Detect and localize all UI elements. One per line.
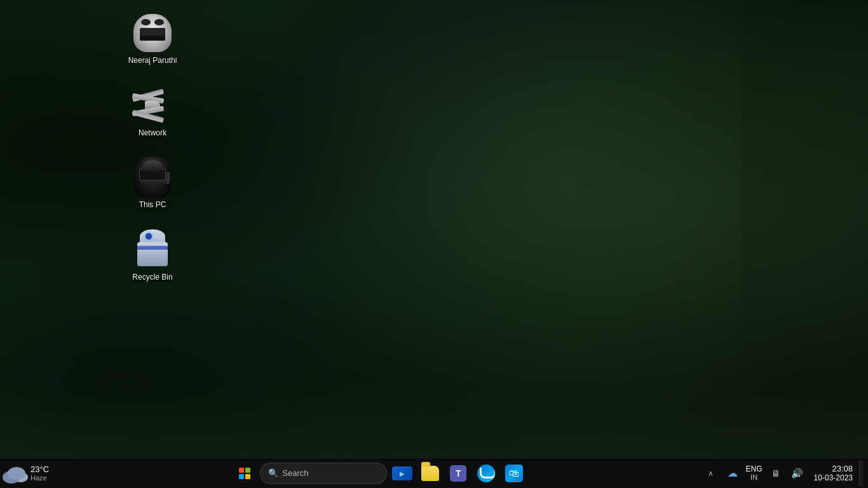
start-button[interactable] — [232, 461, 257, 486]
taskbar-winamp[interactable] — [390, 461, 415, 486]
clock-time: 23:08 — [832, 464, 853, 473]
desktop-icons-container: Neeraj Paruthi Network This PC — [127, 13, 178, 282]
yoda-silhouette — [296, 0, 741, 451]
win-tile-blue — [239, 474, 244, 479]
clock-date: 10-03-2023 — [814, 473, 853, 482]
user-icon-img — [132, 13, 173, 53]
desktop-icon-network[interactable]: Network — [127, 85, 178, 139]
show-desktop-button[interactable] — [859, 461, 863, 486]
speaker-icon: 🔊 — [791, 468, 803, 479]
language-code: ENG — [746, 464, 763, 473]
taskbar: 23°C Haze 🔍 Search T — [0, 458, 868, 488]
system-tray: ∧ ☁ ENG IN 🖥 🔊 23:08 10-03-2023 — [696, 458, 868, 488]
tray-overflow-button[interactable]: ∧ — [701, 461, 721, 486]
monitor-icon: 🖥 — [771, 468, 780, 478]
desktop-icon-user[interactable]: Neeraj Paruthi — [127, 13, 178, 66]
clock-display[interactable]: 23:08 10-03-2023 — [809, 461, 858, 486]
this-pc-icon-img — [132, 157, 173, 198]
desktop-icon-recycle-bin[interactable]: Recycle Bin — [127, 229, 178, 283]
weather-description: Haze — [31, 474, 49, 482]
search-label: Search — [282, 468, 308, 478]
taskbar-file-explorer[interactable] — [417, 461, 443, 486]
taskbar-edge[interactable] — [473, 461, 499, 486]
winamp-icon — [392, 466, 412, 480]
recycle-bin-icon-label: Recycle Bin — [132, 273, 172, 283]
teams-icon: T — [450, 465, 466, 482]
win-tile-green — [245, 468, 250, 473]
desktop-icon-this-pc[interactable]: This PC — [127, 157, 178, 210]
win-tile-red — [239, 468, 244, 473]
xwing-icon — [132, 90, 173, 121]
weather-widget[interactable]: 23°C Haze — [0, 458, 64, 488]
taskbar-ms-store[interactable]: 🛍 — [501, 461, 527, 486]
search-bar[interactable]: 🔍 Search — [260, 463, 387, 484]
weather-icon-container — [8, 464, 25, 482]
windows-logo — [239, 468, 250, 479]
this-pc-icon-label: This PC — [139, 200, 166, 210]
tray-display[interactable]: 🖥 — [766, 461, 786, 486]
search-icon: 🔍 — [268, 468, 278, 478]
tray-onedrive[interactable]: ☁ — [722, 461, 743, 486]
recycle-bin-icon-img — [132, 229, 173, 270]
edge-icon — [477, 464, 495, 482]
vader-icon — [133, 157, 172, 198]
taskbar-center: 🔍 Search T 🛍 — [64, 461, 696, 486]
language-region: IN — [750, 473, 757, 482]
tray-language[interactable]: ENG IN — [744, 461, 764, 486]
network-icon-img — [132, 85, 173, 126]
stormtrooper-icon — [133, 14, 172, 52]
onedrive-icon: ☁ — [728, 467, 738, 479]
chevron-up-icon: ∧ — [708, 469, 714, 478]
explorer-icon — [421, 466, 439, 481]
win-tile-yellow — [245, 474, 250, 479]
tray-volume[interactable]: 🔊 — [787, 461, 808, 486]
weather-text: 23°C Haze — [31, 464, 49, 482]
network-icon-label: Network — [139, 128, 166, 139]
taskbar-teams[interactable]: T — [445, 461, 471, 486]
user-icon-label: Neeraj Paruthi — [128, 56, 177, 66]
weather-temperature: 23°C — [31, 464, 49, 474]
cloud-icon — [8, 467, 25, 480]
store-icon: 🛍 — [505, 464, 523, 482]
r2d2-icon — [135, 229, 170, 270]
